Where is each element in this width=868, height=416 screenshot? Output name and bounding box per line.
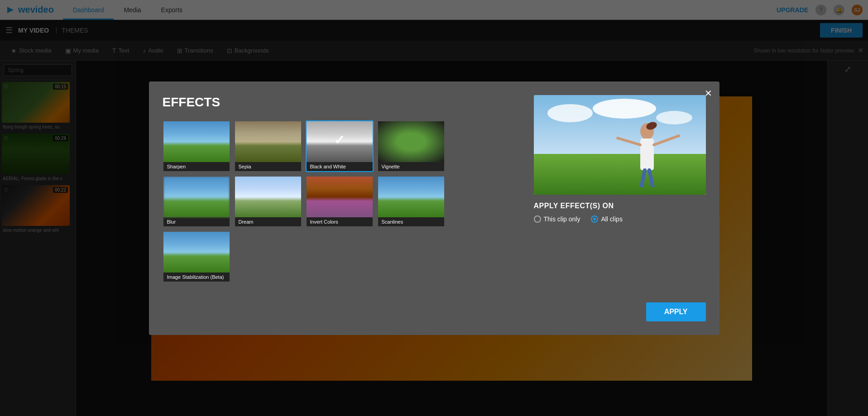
- effect-thumb: [307, 177, 373, 217]
- apply-button[interactable]: APPLY: [646, 302, 706, 321]
- modal-right: APPLY EFFECT(S) ON This clip only All cl…: [534, 95, 706, 321]
- modal-overlay: ✕ EFFECTS Sharpen Sepia ✓: [0, 0, 868, 416]
- apply-effects-title: APPLY EFFECT(S) ON: [534, 202, 706, 210]
- effect-thumb: ✓: [307, 121, 373, 162]
- effect-thumb: [378, 121, 444, 162]
- radio-circle-this-clip: [534, 215, 541, 223]
- effect-label: Image Stabilization (Beta): [163, 273, 230, 282]
- effect-sepia[interactable]: Sepia: [234, 120, 302, 172]
- effect-label: Black and White: [307, 162, 373, 171]
- svg-point-5: [656, 111, 692, 124]
- modal-left: EFFECTS Sharpen Sepia ✓ Black and: [163, 95, 516, 321]
- effect-label: Invert Colors: [307, 217, 373, 226]
- effect-label: Sharpen: [163, 162, 230, 171]
- effect-dream[interactable]: Dream: [234, 176, 302, 227]
- radio-this-clip[interactable]: This clip only: [534, 215, 580, 223]
- effect-blur[interactable]: Blur: [163, 176, 230, 227]
- effect-black-and-white[interactable]: ✓ Black and White: [306, 120, 374, 172]
- effect-scanlines[interactable]: Scanlines: [377, 176, 445, 227]
- effect-thumb: [235, 177, 301, 217]
- effect-invert-colors[interactable]: Invert Colors: [306, 176, 374, 227]
- effect-image-stabilization[interactable]: Image Stabilization (Beta): [163, 231, 230, 282]
- effect-sharpen[interactable]: Sharpen: [163, 120, 230, 172]
- svg-point-3: [547, 104, 593, 122]
- effect-label: Dream: [235, 217, 301, 226]
- modal-title: EFFECTS: [163, 95, 516, 110]
- radio-all-clips[interactable]: All clips: [591, 215, 622, 223]
- effect-thumb: [163, 121, 230, 162]
- effect-label: Blur: [163, 217, 230, 226]
- effect-preview-image: [534, 95, 706, 195]
- radio-label-this-clip: This clip only: [544, 215, 580, 223]
- checkmark-icon: ✓: [334, 133, 345, 148]
- svg-rect-7: [640, 139, 654, 170]
- effect-thumb: [235, 121, 301, 162]
- effect-label: Sepia: [235, 162, 301, 171]
- svg-rect-2: [534, 154, 706, 195]
- radio-label-all-clips: All clips: [601, 215, 622, 223]
- effects-modal: ✕ EFFECTS Sharpen Sepia ✓: [149, 81, 719, 335]
- preview-svg: [534, 95, 706, 195]
- apply-section: APPLY EFFECT(S) ON This clip only All cl…: [534, 202, 706, 223]
- effect-vignette[interactable]: Vignette: [377, 120, 445, 172]
- effect-thumb: [378, 177, 444, 217]
- radio-group: This clip only All clips: [534, 215, 706, 223]
- svg-point-4: [593, 99, 656, 119]
- effect-label: Scanlines: [378, 217, 444, 226]
- radio-circle-all-clips: [591, 215, 598, 223]
- effects-grid: Sharpen Sepia ✓ Black and White V: [163, 120, 516, 282]
- effect-thumb: [163, 177, 230, 217]
- effect-label: Vignette: [378, 162, 444, 171]
- effect-thumb: [163, 232, 230, 273]
